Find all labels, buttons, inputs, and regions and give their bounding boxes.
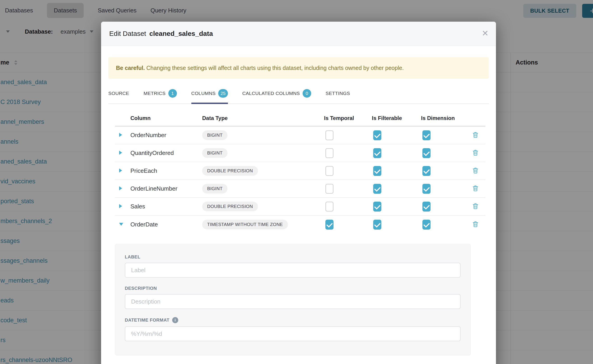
warning-bold: Be careful. [116, 65, 145, 71]
delete-column-button[interactable] [471, 184, 480, 193]
dataset-name: cleaned_sales_data [149, 30, 213, 37]
expand-caret-icon[interactable] [119, 169, 122, 173]
is-dimension-checkbox[interactable] [422, 220, 430, 230]
tab-source[interactable]: SOURCE [108, 91, 129, 102]
delete-column-button[interactable] [471, 149, 480, 158]
is-filterable-checkbox[interactable] [373, 202, 381, 212]
is-temporal-checkbox[interactable] [325, 220, 334, 230]
modal-body: Be careful. Changing these settings will… [101, 46, 496, 355]
delete-column-button[interactable] [471, 131, 480, 140]
trash-icon [472, 154, 479, 157]
expand-caret-icon[interactable] [119, 133, 122, 137]
tab-label: METRICS [144, 91, 165, 96]
is-temporal-checkbox[interactable] [325, 130, 334, 140]
tab-columns[interactable]: COLUMNS25 [191, 89, 228, 104]
column-row: OrderLineNumberBIGINT [115, 180, 485, 198]
tab-badge: 0 [303, 89, 311, 98]
column-name: QuantityOrdered [130, 150, 202, 156]
trash-icon [472, 172, 479, 175]
tab-label: CALCULATED COLUMNS [242, 91, 300, 96]
data-type-pill: DOUBLE PRECISION [202, 202, 258, 211]
warning-banner: Be careful. Changing these settings will… [108, 57, 489, 79]
tab-bar: SOURCEMETRICS1COLUMNS25CALCULATED COLUMN… [108, 89, 489, 104]
column-row: SalesDOUBLE PRECISION [115, 198, 485, 216]
is-filterable-checkbox[interactable] [373, 148, 381, 158]
is-dimension-header: Is Dimension [421, 115, 470, 121]
is-dimension-checkbox[interactable] [422, 130, 430, 140]
tab-metrics[interactable]: METRICS1 [144, 89, 177, 104]
column-name: OrderNumber [130, 132, 202, 139]
tab-settings[interactable]: SETTINGS [326, 91, 350, 102]
data-type-pill: DOUBLE PRECISION [202, 166, 258, 176]
trash-icon [472, 190, 479, 193]
info-icon[interactable]: i [172, 317, 178, 323]
is-filterable-checkbox[interactable] [373, 220, 381, 230]
collapse-caret-icon[interactable] [119, 223, 123, 226]
column-header: Column [130, 115, 202, 121]
is-filterable-checkbox[interactable] [373, 166, 381, 176]
column-row: QuantityOrderedBIGINT [115, 144, 485, 162]
column-row: OrderNumberBIGINT [115, 127, 485, 144]
is-temporal-checkbox[interactable] [325, 166, 334, 176]
column-name: PriceEach [130, 167, 202, 174]
is-dimension-checkbox[interactable] [422, 184, 430, 194]
trash-icon [472, 208, 479, 211]
column-name: OrderDate [130, 221, 202, 228]
datetime-format-field-label: DATETIME FORMAT i [125, 317, 461, 323]
delete-column-button[interactable] [471, 166, 480, 176]
is-temporal-header: Is Temporal [324, 115, 372, 121]
column-name: OrderLineNumber [130, 185, 202, 192]
is-dimension-checkbox[interactable] [422, 148, 430, 158]
data-type-header: Data Type [202, 115, 324, 121]
tab-badge: 1 [168, 89, 177, 98]
description-field: DESCRIPTION [125, 286, 461, 309]
is-temporal-checkbox[interactable] [325, 202, 334, 212]
modal-title-prefix: Edit Dataset [109, 30, 146, 37]
column-row: OrderDateTIMESTAMP WITHOUT TIME ZONE [115, 216, 485, 234]
data-type-pill: BIGINT [202, 148, 227, 158]
is-filterable-header: Is Filterable [372, 115, 421, 121]
close-icon[interactable]: ✕ [479, 27, 491, 39]
column-name: Sales [130, 203, 202, 210]
expand-caret-icon[interactable] [119, 186, 122, 190]
trash-icon [472, 226, 479, 229]
description-field-label: DESCRIPTION [125, 286, 461, 291]
tab-label: COLUMNS [191, 91, 216, 96]
trash-icon [472, 136, 479, 140]
column-detail-panel: LABEL DESCRIPTION DATETIME FORMAT i [115, 244, 471, 355]
warning-text: Changing these settings will affect all … [146, 65, 404, 71]
data-type-pill: TIMESTAMP WITHOUT TIME ZONE [202, 220, 288, 229]
label-field-label: LABEL [125, 254, 461, 260]
expand-caret-icon[interactable] [119, 204, 122, 208]
tab-calculated-columns[interactable]: CALCULATED COLUMNS0 [242, 89, 311, 104]
is-filterable-checkbox[interactable] [373, 184, 381, 194]
label-field: LABEL [125, 254, 461, 278]
description-input[interactable] [125, 294, 461, 309]
datetime-format-field: DATETIME FORMAT i [125, 317, 461, 341]
columns-table: Column Data Type Is Temporal Is Filterab… [115, 110, 485, 234]
data-type-pill: BIGINT [202, 130, 227, 140]
edit-dataset-modal: Edit Dataset cleaned_sales_data ✕ Be car… [101, 22, 496, 364]
tab-label: SOURCE [108, 91, 129, 96]
tab-label: SETTINGS [326, 91, 350, 96]
is-temporal-checkbox[interactable] [325, 148, 334, 158]
is-dimension-checkbox[interactable] [422, 202, 430, 212]
data-type-pill: BIGINT [202, 184, 227, 194]
modal-title: Edit Dataset cleaned_sales_data [109, 30, 213, 38]
column-row: PriceEachDOUBLE PRECISION [115, 162, 485, 180]
columns-table-header: Column Data Type Is Temporal Is Filterab… [115, 110, 485, 127]
label-input[interactable] [125, 263, 461, 278]
is-filterable-checkbox[interactable] [373, 130, 381, 140]
tab-badge: 25 [218, 89, 228, 98]
is-temporal-checkbox[interactable] [325, 184, 334, 194]
is-dimension-checkbox[interactable] [422, 166, 430, 176]
columns-rows: OrderNumberBIGINTQuantityOrderedBIGINTPr… [115, 127, 485, 234]
delete-column-button[interactable] [471, 202, 480, 211]
modal-header: Edit Dataset cleaned_sales_data ✕ [101, 22, 496, 46]
datetime-format-input[interactable] [125, 326, 461, 341]
expand-caret-icon[interactable] [119, 151, 122, 155]
delete-column-button[interactable] [471, 220, 480, 229]
